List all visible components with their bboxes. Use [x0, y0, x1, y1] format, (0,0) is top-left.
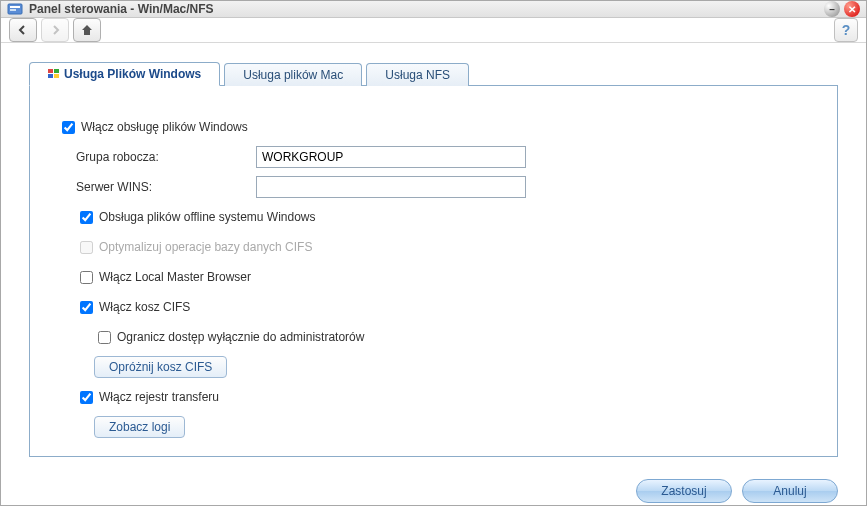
row-workgroup: Grupa robocza: [76, 146, 809, 168]
forward-button[interactable] [41, 18, 69, 42]
row-local-master: Włącz Local Master Browser [76, 266, 809, 288]
enable-transfer-log-label: Włącz rejestr transferu [99, 390, 219, 404]
row-restrict-admin: Ogranicz dostęp wyłącznie do administrat… [94, 326, 809, 348]
minimize-button[interactable]: – [824, 1, 840, 17]
home-icon [81, 24, 93, 36]
workgroup-input[interactable] [256, 146, 526, 168]
wins-label: Serwer WINS: [76, 180, 256, 194]
optimize-cifs-label: Optymalizuj operacje bazy danych CIFS [99, 240, 312, 254]
close-button[interactable]: ✕ [844, 1, 860, 17]
tab-label: Usługa plików Mac [243, 68, 343, 82]
enable-recycle-label: Włącz kosz CIFS [99, 300, 190, 314]
back-button[interactable] [9, 18, 37, 42]
svg-rect-6 [54, 74, 59, 78]
tab-mac[interactable]: Usługa plików Mac [224, 63, 362, 86]
svg-rect-4 [54, 69, 59, 73]
empty-recycle-button[interactable]: Opróżnij kosz CIFS [94, 356, 227, 378]
window-title: Panel sterowania - Win/Mac/NFS [29, 2, 820, 16]
wins-input[interactable] [256, 176, 526, 198]
toolbar: ? [1, 18, 866, 43]
row-optimize-cifs: Optymalizuj operacje bazy danych CIFS [76, 236, 809, 258]
row-empty-recycle: Opróżnij kosz CIFS [94, 356, 809, 378]
home-button[interactable] [73, 18, 101, 42]
tab-windows[interactable]: Usługa Plików Windows [29, 62, 220, 86]
content-area: Usługa Plików Windows Usługa plików Mac … [1, 43, 866, 467]
local-master-checkbox[interactable] [80, 271, 93, 284]
tab-label: Usługa NFS [385, 68, 450, 82]
tab-bar: Usługa Plików Windows Usługa plików Mac … [29, 61, 838, 85]
offline-label: Obsługa plików offline systemu Windows [99, 210, 316, 224]
optimize-cifs-checkbox [80, 241, 93, 254]
svg-rect-1 [10, 6, 20, 8]
enable-windows-checkbox[interactable] [62, 121, 75, 134]
cancel-button[interactable]: Anuluj [742, 479, 838, 503]
svg-rect-5 [48, 74, 53, 78]
app-icon [7, 1, 23, 17]
row-offline: Obsługa plików offline systemu Windows [76, 206, 809, 228]
workgroup-label: Grupa robocza: [76, 150, 256, 164]
row-enable-windows: Włącz obsługę plików Windows [58, 116, 809, 138]
row-view-logs: Zobacz logi [94, 416, 809, 438]
help-button[interactable]: ? [834, 18, 858, 42]
row-enable-transfer-log: Włącz rejestr transferu [76, 386, 809, 408]
titlebar: Panel sterowania - Win/Mac/NFS – ✕ [1, 1, 866, 18]
enable-windows-label: Włącz obsługę plików Windows [81, 120, 248, 134]
arrow-right-icon [49, 24, 61, 36]
enable-transfer-log-checkbox[interactable] [80, 391, 93, 404]
windows-tab-icon [48, 68, 60, 80]
help-icon: ? [842, 22, 851, 38]
tab-label: Usługa Plików Windows [64, 67, 201, 81]
row-wins: Serwer WINS: [76, 176, 809, 198]
offline-checkbox[interactable] [80, 211, 93, 224]
view-logs-button[interactable]: Zobacz logi [94, 416, 185, 438]
arrow-left-icon [17, 24, 29, 36]
apply-button[interactable]: Zastosuj [636, 479, 732, 503]
tab-panel-windows: Włącz obsługę plików Windows Grupa roboc… [29, 85, 838, 457]
row-enable-recycle: Włącz kosz CIFS [76, 296, 809, 318]
footer: Zastosuj Anuluj [1, 467, 866, 506]
window: Panel sterowania - Win/Mac/NFS – ✕ ? Usł… [0, 0, 867, 506]
enable-recycle-checkbox[interactable] [80, 301, 93, 314]
svg-rect-2 [10, 9, 16, 11]
local-master-label: Włącz Local Master Browser [99, 270, 251, 284]
tab-nfs[interactable]: Usługa NFS [366, 63, 469, 86]
restrict-admin-checkbox[interactable] [98, 331, 111, 344]
svg-rect-3 [48, 69, 53, 73]
restrict-admin-label: Ogranicz dostęp wyłącznie do administrat… [117, 330, 364, 344]
